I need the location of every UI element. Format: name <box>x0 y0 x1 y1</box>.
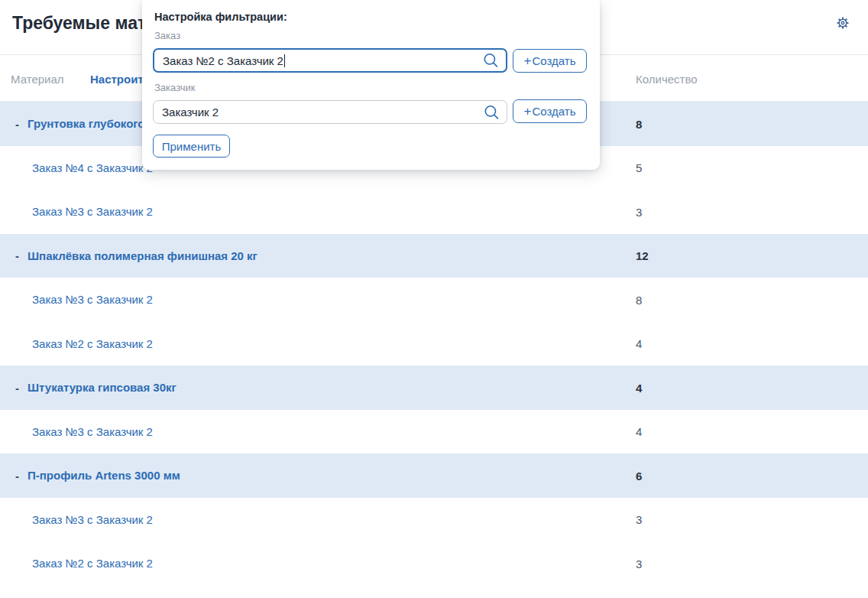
search-icon[interactable] <box>484 104 500 120</box>
customer-search-input[interactable]: Заказчик 2 <box>153 100 507 124</box>
order-input-value: Заказ №2 с Заказчик 2 <box>163 54 283 67</box>
order-link[interactable]: Заказ №3 с Заказчик 2 <box>32 513 153 526</box>
text-cursor <box>284 54 285 67</box>
column-header-material: Материал <box>11 73 64 86</box>
popup-title: Настройка фильтрации: <box>154 11 287 23</box>
plus-icon: + <box>524 54 532 67</box>
order-link[interactable]: Заказ №4 с Заказчик 2 <box>32 161 153 174</box>
customer-field-label: Заказчик <box>154 82 195 93</box>
material-name-link[interactable]: П-профиль Artens 3000 мм <box>28 469 180 482</box>
table-row-group[interactable]: - П-профиль Artens 3000 мм 6 <box>0 453 868 498</box>
create-order-label: Создать <box>532 54 575 67</box>
quantity-value: 8 <box>636 117 642 130</box>
order-link[interactable]: Заказ №3 с Заказчик 2 <box>32 425 153 438</box>
table-row-order[interactable]: Заказ №3 с Заказчик 2 4 <box>0 410 868 454</box>
quantity-value: 4 <box>636 337 642 350</box>
order-link[interactable]: Заказ №3 с Заказчик 2 <box>32 205 153 218</box>
quantity-value: 8 <box>636 293 642 306</box>
search-icon[interactable] <box>483 53 499 69</box>
table-row-group[interactable]: - Штукатурка гипсовая 30кг 4 <box>0 366 868 410</box>
collapse-icon[interactable]: - <box>15 117 19 130</box>
material-name-link[interactable]: Шпаклёвка полимерная финишная 20 кг <box>28 249 257 262</box>
filter-settings-popup: Настройка фильтрации: Заказ Заказ №2 с З… <box>142 0 600 170</box>
quantity-value: 4 <box>636 425 642 438</box>
gear-icon <box>837 17 849 29</box>
quantity-value: 5 <box>636 161 642 174</box>
table-row-order[interactable]: Заказ №3 с Заказчик 2 8 <box>0 278 868 322</box>
materials-table: - Грунтовка глубокого проникновения 8 За… <box>0 102 868 586</box>
table-row-order[interactable]: Заказ №3 с Заказчик 2 3 <box>0 498 868 542</box>
order-search-input[interactable]: Заказ №2 с Заказчик 2 <box>153 48 507 73</box>
quantity-value: 3 <box>636 205 642 218</box>
quantity-value: 3 <box>636 513 642 526</box>
order-link[interactable]: Заказ №2 с Заказчик 2 <box>32 337 153 350</box>
collapse-icon[interactable]: - <box>15 469 19 482</box>
apply-filter-button[interactable]: Применить <box>153 135 230 158</box>
create-order-button[interactable]: +Создать <box>513 49 587 73</box>
table-row-order[interactable]: Заказ №3 с Заказчик 2 3 <box>0 190 868 234</box>
quantity-value: 4 <box>636 381 642 394</box>
quantity-value: 3 <box>636 557 642 570</box>
create-customer-button[interactable]: +Создать <box>513 99 587 123</box>
table-row-group[interactable]: - Шпаклёвка полимерная финишная 20 кг 12 <box>0 234 868 278</box>
quantity-value: 12 <box>636 249 649 262</box>
order-link[interactable]: Заказ №2 с Заказчик 2 <box>32 557 153 570</box>
collapse-icon[interactable]: - <box>15 381 19 394</box>
column-header-quantity: Количество <box>636 73 698 86</box>
order-field-label: Заказ <box>154 30 180 41</box>
material-name-link[interactable]: Штукатурка гипсовая 30кг <box>28 381 177 394</box>
plus-icon: + <box>524 105 532 118</box>
table-row-order[interactable]: Заказ №2 с Заказчик 2 3 <box>0 541 868 586</box>
customer-input-value: Заказчик 2 <box>162 106 219 119</box>
quantity-value: 6 <box>636 469 642 482</box>
collapse-icon[interactable]: - <box>15 249 19 262</box>
order-link[interactable]: Заказ №3 с Заказчик 2 <box>32 293 153 306</box>
table-row-order[interactable]: Заказ №2 с Заказчик 2 4 <box>0 322 868 366</box>
create-customer-label: Создать <box>532 105 575 118</box>
settings-button[interactable] <box>836 16 850 30</box>
